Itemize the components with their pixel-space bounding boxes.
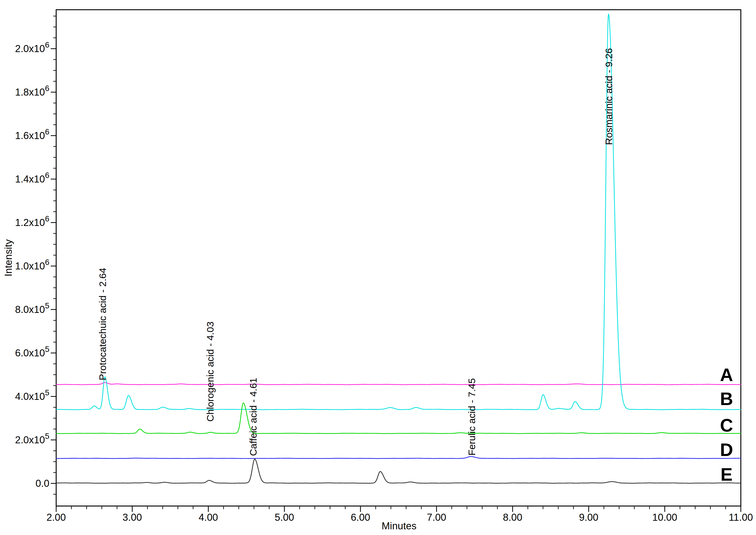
y-tick-label: 2.0x106 (15, 40, 49, 54)
x-tick-label: 3.00 (123, 512, 142, 523)
trace-letter-E: E (720, 465, 733, 485)
peak-annotation: Ferulic acid - 7.45 (466, 378, 477, 456)
x-tick-label: 8.00 (503, 512, 522, 523)
x-tick-label: 11.00 (729, 512, 753, 523)
trace-C (56, 403, 741, 434)
y-tick-label: 1.4x106 (15, 171, 49, 184)
x-axis-title: Minutes (382, 520, 417, 531)
x-tick-label: 4.00 (199, 512, 218, 523)
trace-A (56, 382, 741, 385)
peak-annotations: Protocatechuic acid - 2.64Chlorogenic ac… (97, 48, 614, 456)
y-tick-label: 8.0x105 (15, 301, 49, 315)
trace-B (56, 14, 741, 410)
y-tick-label: 1.2x106 (15, 214, 49, 228)
axis-ticks: 0.02.0x1054.0x1056.0x1058.0x1051.0x1061.… (15, 16, 753, 523)
peak-annotation: Rosmarinic acid - 9.26 (603, 48, 614, 145)
trace-letter-A: A (720, 365, 733, 385)
y-tick-label: 1.6x106 (15, 127, 49, 141)
peak-annotation: Chlorogenic acid - 4.03 (205, 322, 216, 422)
traces (56, 14, 741, 483)
y-tick-label: 0.0 (36, 478, 49, 489)
trace-letters: ABCDE (720, 365, 733, 485)
x-tick-label: 6.00 (351, 512, 370, 523)
y-tick-label: 1.0x106 (15, 258, 49, 271)
y-tick-label: 6.0x105 (15, 345, 49, 358)
y-tick-label: 4.0x105 (15, 388, 49, 402)
peak-annotation: Caffeic acid - 4.61 (248, 378, 259, 456)
chromatogram-svg: 0.02.0x1054.0x1056.0x1058.0x1051.0x1061.… (0, 0, 756, 535)
x-tick-label: 9.00 (579, 512, 598, 523)
x-tick-label: 7.00 (427, 512, 447, 523)
chromatogram-figure: 0.02.0x1054.0x1056.0x1058.0x1051.0x1061.… (0, 0, 756, 535)
y-axis-title: Intensity (3, 239, 14, 276)
x-tick-label: 5.00 (275, 512, 294, 523)
trace-D (56, 457, 741, 459)
plot-frame (56, 10, 741, 506)
trace-letter-B: B (720, 389, 733, 409)
trace-E (56, 459, 741, 483)
trace-letter-D: D (720, 440, 733, 460)
x-tick-label: 10.00 (652, 512, 677, 523)
y-tick-label: 2.0x105 (15, 432, 49, 445)
y-tick-label: 1.8x106 (15, 84, 49, 98)
trace-letter-C: C (720, 415, 733, 436)
peak-annotation: Protocatechuic acid - 2.64 (97, 268, 108, 380)
x-tick-label: 2.00 (46, 512, 66, 523)
